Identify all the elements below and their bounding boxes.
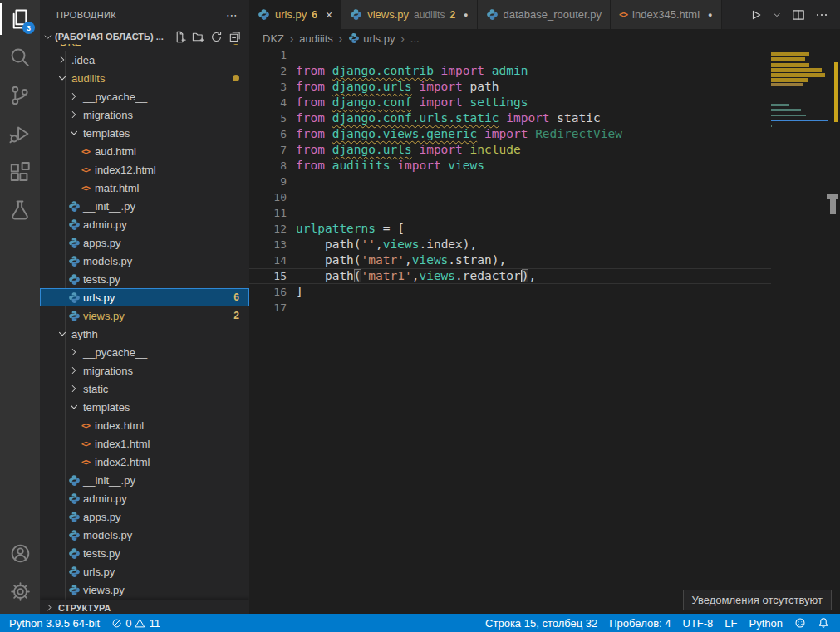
new-file-icon[interactable] [174,31,186,43]
close-icon[interactable]: × [326,8,332,22]
tree-item-templates[interactable]: templates [40,398,249,416]
breadcrumb-item-urls.py[interactable]: urls.py [348,32,395,45]
cursor-position-status[interactable]: Строка 15, столбец 32 [479,614,603,632]
code-line-15[interactable]: 15 path('matr1',views.redactor), [249,268,771,284]
tree-item-index12.html[interactable]: <>index12.html [40,160,249,179]
split-editor-button[interactable] [792,8,805,22]
line-number: 4 [249,95,287,110]
tree-item-aythh[interactable]: aythh [40,325,249,343]
code-line-10[interactable]: 10 [249,189,771,205]
more-actions-button[interactable] [815,8,828,22]
python-icon [68,474,81,487]
activity-item-explorer[interactable]: 3 [0,0,40,38]
code-line-3[interactable]: 3from django.urls import path [249,79,771,95]
tab-database_roouter.py[interactable]: database_roouter.py [478,0,612,29]
outline-section-header[interactable]: СТРУКТУРА [40,600,249,614]
code-line-17[interactable]: 17 [249,300,771,316]
chevron-down-icon [68,401,80,413]
tree-item-apps.py[interactable]: apps.py [40,233,249,252]
collapse-all-icon[interactable] [228,31,241,43]
problems-badge: 6 [233,292,239,303]
code-line-1[interactable]: 1 [249,47,771,63]
code-line-11[interactable]: 11 [249,205,771,221]
breadcrumb-item-audiiits[interactable]: audiiits [299,32,332,45]
tree-item-views.py[interactable]: views.py [40,581,249,599]
tree-item-__init__.py[interactable]: __init__.py [40,471,249,489]
activity-item-testing[interactable] [0,191,40,229]
code-line-7[interactable]: 7from django.urls import include [249,142,771,158]
code-line-5[interactable]: 5from django.conf.urls.static import sta… [249,110,771,126]
code-line-14[interactable]: 14 path('matr',views.stran), [249,252,771,268]
tree-item-DKZ[interactable]: DKZ [40,44,249,51]
problems-status[interactable]: 011 [106,614,166,632]
tree-item-models.py[interactable]: models.py [40,252,249,270]
code-line-4[interactable]: 4from django.conf import settings [249,95,771,110]
tree-item-templates[interactable]: templates [40,124,249,142]
html-icon: <> [81,147,90,156]
feedback-button[interactable] [788,614,812,632]
tree-item-index.html[interactable]: <>index.html [40,416,249,434]
tree-item-admin.py[interactable]: admin.py [40,215,249,233]
tree-item-__pycache__[interactable]: __pycache__ [40,343,249,361]
tree-item-views.py[interactable]: views.py2 [40,306,249,325]
tree-item-tests.py[interactable]: tests.py [40,270,249,288]
code-line-12[interactable]: 12urlpatterns = [ [249,221,771,237]
activity-item-source-control[interactable] [0,76,40,115]
tree-item-admin.py[interactable]: admin.py [40,489,249,507]
line-number: 16 [249,284,287,300]
tab-urls.py[interactable]: urls.py6× [249,0,341,29]
code-line-13[interactable]: 13 path('',views.index), [249,237,771,252]
tree-item-__pycache__[interactable]: __pycache__ [40,87,249,105]
eol-status[interactable]: LF [719,614,743,632]
tree-item-urls.py[interactable]: urls.py [40,562,249,581]
new-folder-icon[interactable] [192,31,204,43]
tab-views.py[interactable]: views.pyaudiiits2● [341,0,477,29]
tree-item-audiiits[interactable]: audiiits [40,69,249,87]
minimap[interactable] [771,47,828,147]
tree-item-index2.html[interactable]: <>index2.html [40,453,249,471]
code-line-2[interactable]: 2from django.contrib import admin [249,63,771,79]
tree-item-matr.html[interactable]: <>matr.html [40,179,249,197]
tree-item-static[interactable]: static [40,380,249,398]
python-icon [66,199,81,213]
tree-item-migrations[interactable]: migrations [40,361,249,380]
chevron-down-icon [55,71,70,85]
python-interpreter-status[interactable]: Python 3.9.5 64-bit [3,614,106,632]
code-line-16[interactable]: 16] [249,284,771,300]
tree-item-aud.html[interactable]: <>aud.html [40,142,249,160]
code-editor[interactable]: 12from django.contrib import admin3from … [249,47,771,316]
tree-item-urls.py[interactable]: urls.py6 [40,288,249,306]
tree-item-tests.py[interactable]: tests.py [40,544,249,562]
outline-section-label: СТРУКТУРА [58,603,111,613]
tab-index345.html[interactable]: <>index345.html● [611,0,721,29]
tree-item-index1.html[interactable]: <>index1.html [40,434,249,453]
minimap-line [771,52,809,56]
refresh-icon[interactable] [210,31,223,43]
activity-item-extensions[interactable] [0,153,40,191]
explorer-title: ПРОВОДНИК [40,10,116,20]
scrollbar-slider[interactable] [830,199,836,214]
activity-item-account[interactable] [0,534,40,572]
workspace-section-header[interactable]: (РАБОЧАЯ ОБЛАСТЬ) ... [40,29,249,44]
tree-item-.idea[interactable]: .idea [40,51,249,69]
activity-item-settings[interactable] [0,572,40,610]
tree-item-migrations[interactable]: migrations [40,105,249,124]
tree-item-apps.py[interactable]: apps.py [40,507,249,526]
run-dropdown-button[interactable] [772,10,782,20]
error-icon [111,618,122,629]
notifications-button[interactable] [812,614,835,632]
code-line-6[interactable]: 6from django.views.generic import Redire… [249,126,771,142]
code-line-8[interactable]: 8from audiiits import views [249,158,771,174]
tree-item-models.py[interactable]: models.py [40,526,249,544]
encoding-status[interactable]: UTF-8 [677,614,720,632]
code-line-9[interactable]: 9 [249,174,771,189]
explorer-more-actions-icon[interactable]: ⋯ [226,8,238,22]
tree-item-__init__.py[interactable]: __init__.py [40,197,249,215]
activity-item-search[interactable] [0,38,40,76]
activity-item-run-debug[interactable] [0,115,40,153]
breadcrumb-item-...[interactable]: ... [410,32,420,45]
breadcrumb-item-DKZ[interactable]: DKZ [263,32,284,45]
run-file-button[interactable] [749,8,762,22]
indentation-status[interactable]: Пробелов: 4 [603,614,676,632]
language-mode-status[interactable]: Python [744,614,788,632]
